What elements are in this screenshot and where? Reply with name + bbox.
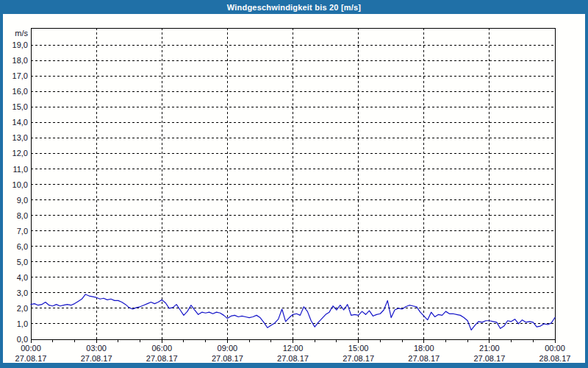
y-tick-label: 2,0 (17, 304, 28, 313)
y-tick-label: 3,0 (17, 289, 28, 297)
y-unit-label: m/s (15, 29, 28, 38)
x-tick-date: 27.08.17 (81, 354, 112, 363)
x-tick-time: 00:00 (21, 344, 41, 353)
x-tick-date: 27.08.17 (15, 354, 47, 363)
y-tick-label: 19,0 (12, 40, 28, 49)
y-tick-label: 13,0 (12, 133, 28, 142)
y-tick-label: 1,0 (17, 319, 28, 328)
chart-title: Windgeschwindigkeit bis 20 [m/s] (227, 3, 361, 12)
x-tick-time: 21:00 (479, 344, 500, 353)
x-tick-time: 06:00 (151, 344, 172, 353)
x-tick-date: 28.08.17 (539, 354, 571, 363)
chart-area: 0,01,02,03,04,05,06,07,08,09,010,011,012… (3, 14, 585, 363)
y-axis-labels: 0,01,02,03,04,05,06,07,08,09,010,011,012… (12, 29, 29, 344)
x-tick-date: 27.08.17 (473, 354, 505, 363)
wind-speed-chart: 0,01,02,03,04,05,06,07,08,09,010,011,012… (3, 14, 585, 363)
y-tick-label: 18,0 (12, 56, 28, 65)
y-tick-label: 16,0 (12, 87, 28, 96)
y-tick-label: 11,0 (12, 165, 28, 174)
y-tick-label: 7,0 (17, 227, 28, 236)
y-tick-label: 15,0 (12, 102, 28, 111)
x-tick-time: 18:00 (414, 344, 434, 353)
y-tick-label: 8,0 (17, 211, 28, 220)
y-tick-label: 14,0 (12, 118, 28, 127)
y-tick-label: 17,0 (12, 71, 28, 80)
x-tick-time: 15:00 (348, 344, 369, 353)
y-tick-label: 5,0 (17, 258, 28, 266)
x-tick-time: 12:00 (283, 344, 304, 353)
x-tick-date: 27.08.17 (212, 354, 243, 363)
x-tick-time: 09:00 (218, 344, 238, 353)
y-tick-label: 10,0 (12, 180, 28, 189)
chart-titlebar: Windgeschwindigkeit bis 20 [m/s] (0, 0, 588, 14)
y-tick-label: 6,0 (17, 242, 28, 251)
x-tick-time: 00:00 (545, 344, 565, 353)
x-tick-time: 03:00 (86, 344, 107, 353)
chart-window: Windgeschwindigkeit bis 20 [m/s] 0,01,02… (0, 0, 588, 368)
y-tick-label: 12,0 (12, 149, 28, 158)
x-tick-date: 27.08.17 (408, 354, 440, 363)
x-axis-ticks (31, 339, 555, 343)
y-tick-label: 9,0 (17, 196, 28, 205)
y-tick-label: 0,0 (17, 335, 28, 344)
y-tick-label: 4,0 (17, 273, 28, 282)
x-tick-date: 27.08.17 (277, 354, 309, 363)
x-axis-labels: 00:0027.08.1703:0027.08.1706:0027.08.170… (15, 344, 571, 363)
x-tick-date: 27.08.17 (146, 354, 178, 363)
x-tick-date: 27.08.17 (343, 354, 374, 363)
